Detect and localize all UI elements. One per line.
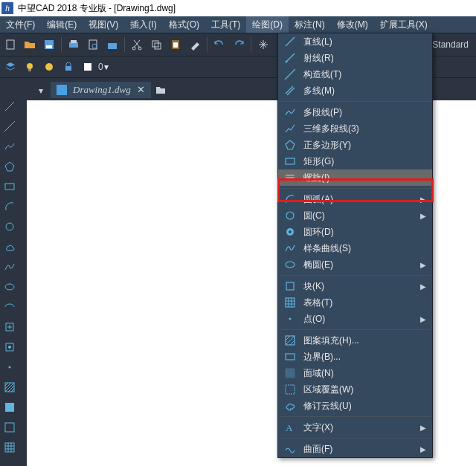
submenu-arrow-icon: ▶ (420, 195, 426, 204)
ellipse-arc-tool-icon[interactable] (2, 300, 17, 314)
pline-tool-icon[interactable] (2, 139, 17, 154)
svg-rect-53 (286, 369, 295, 378)
submenu-arrow-icon: ▶ (420, 261, 426, 269)
revcloud-tool-icon[interactable] (2, 239, 17, 254)
menu-item[interactable]: 编辑(E) (41, 16, 83, 33)
close-icon[interactable]: ✕ (137, 84, 145, 96)
spline-tool-icon[interactable] (2, 259, 17, 274)
svg-point-28 (9, 366, 11, 369)
menu-item-label: 文字(X) (303, 421, 413, 434)
submenu-arrow-icon: ▶ (420, 282, 426, 291)
polygon-tool-icon[interactable] (2, 159, 17, 174)
svg-marker-21 (5, 162, 14, 171)
ellipse-tool-icon[interactable] (2, 279, 17, 294)
new-tab-icon[interactable] (154, 83, 167, 97)
svg-line-36 (285, 69, 295, 80)
region-tool-icon[interactable] (2, 420, 17, 435)
rect-tool-icon[interactable] (2, 179, 17, 194)
menu-item[interactable]: 视图(V) (83, 16, 124, 33)
menu-item-line[interactable]: 直线(L) (278, 33, 432, 50)
menu-item-revcl[interactable]: 修订云线(U) (278, 398, 432, 414)
menu-item-text[interactable]: A文字(X)▶ (278, 419, 432, 436)
menu-item[interactable]: 工具(T) (205, 16, 246, 33)
menu-item-bound[interactable]: 边界(B)... (278, 349, 432, 365)
svg-rect-52 (286, 354, 295, 360)
menu-item-point[interactable]: 点(O)▶ (278, 311, 432, 327)
copy-icon[interactable] (147, 36, 165, 54)
svg-point-14 (27, 63, 33, 69)
menu-item-rect[interactable]: 矩形(G) (278, 153, 432, 169)
xline-tool-icon[interactable] (2, 119, 17, 134)
gradient-tool-icon[interactable] (2, 400, 17, 415)
svg-rect-15 (28, 69, 31, 71)
menu-item-ell[interactable]: 椭圆(E)▶ (278, 256, 432, 273)
menu-item-xline[interactable]: 构造线(T) (278, 66, 432, 82)
line-tool-icon[interactable] (2, 99, 17, 114)
hatch-tool-icon[interactable] (2, 380, 17, 395)
layer-name-label[interactable]: 0 (98, 62, 103, 72)
menu-item[interactable]: 文件(F) (0, 16, 41, 33)
menu-item-surf[interactable]: 曲面(F)▶ (278, 441, 432, 457)
menu-separator (280, 275, 431, 276)
paste-icon[interactable] (167, 36, 184, 54)
circle-tool-icon[interactable] (2, 219, 17, 234)
menu-item[interactable]: 格式(O) (163, 16, 205, 33)
insert-block-icon[interactable] (2, 320, 17, 334)
undo-icon[interactable] (210, 36, 228, 54)
menu-item[interactable]: 插入(I) (124, 16, 162, 33)
menu-item[interactable]: 绘图(D) (246, 16, 289, 33)
menu-item-arc[interactable]: 圆弧(A)▶ (278, 191, 432, 207)
make-block-icon[interactable] (2, 340, 17, 355)
lock-icon[interactable] (60, 58, 77, 76)
arc-tool-icon[interactable] (2, 199, 17, 214)
menu-item-ray[interactable]: 射线(R) (278, 50, 432, 66)
redo-icon[interactable] (230, 36, 248, 54)
tab-scroll-icon[interactable]: ▾ (39, 85, 48, 94)
menu-item-circ[interactable]: 圆(C)▶ (278, 207, 432, 224)
layer-color-icon[interactable] (79, 58, 97, 76)
save-icon[interactable] (40, 36, 58, 54)
cut-icon[interactable] (128, 36, 146, 54)
menu-item-wipe[interactable]: 区域覆盖(W) (278, 381, 432, 398)
menu-item-block[interactable]: 块(K)▶ (278, 278, 432, 294)
menu-item-spl[interactable]: 样条曲线(S) (278, 240, 432, 256)
table-tool-icon[interactable] (2, 440, 17, 455)
document-tab[interactable]: Drawing1.dwg ✕ (51, 82, 151, 98)
menu-item-pline[interactable]: 多段线(P) (278, 104, 432, 120)
pan-icon[interactable] (254, 36, 272, 54)
print-preview-icon[interactable] (84, 36, 102, 54)
menu-separator (280, 101, 431, 102)
freeze-icon[interactable] (40, 58, 58, 76)
bulb-icon[interactable] (21, 58, 39, 76)
text-style-label[interactable]: Standard (432, 39, 475, 50)
surf-icon (284, 443, 296, 455)
toolbar-sep (124, 37, 125, 52)
menu-bar: 文件(F)编辑(E)视图(V)插入(I)格式(O)工具(T)绘图(D)标注(N)… (0, 16, 476, 33)
title-bar: h 中望CAD 2018 专业版 - [Drawing1.dwg] (0, 0, 476, 16)
menu-item-spiral[interactable]: 螺旋(I) (278, 169, 432, 186)
menu-item-mline[interactable]: 多线(M) (278, 82, 432, 99)
menu-item-region[interactable]: 面域(N) (278, 365, 432, 381)
new-file-icon[interactable] (1, 36, 19, 54)
svg-rect-17 (65, 66, 71, 71)
publish-icon[interactable] (103, 36, 121, 54)
menu-item-hatch[interactable]: 图案填充(H)... (278, 332, 432, 349)
chevron-down-icon[interactable]: ▾ (104, 62, 110, 72)
point-tool-icon[interactable] (2, 360, 17, 375)
match-prop-icon[interactable] (186, 36, 204, 54)
print-icon[interactable] (65, 36, 83, 54)
menu-item-p3d[interactable]: 三维多段线(3) (278, 120, 432, 137)
table-icon (284, 297, 296, 308)
menu-item[interactable]: 标注(N) (289, 16, 331, 33)
menu-item[interactable]: 修改(M) (331, 16, 374, 33)
open-folder-icon[interactable] (21, 36, 39, 54)
svg-rect-13 (173, 42, 178, 48)
menu-item-poly[interactable]: 正多边形(Y) (278, 137, 432, 153)
menu-item-donut[interactable]: 圆环(D) (278, 224, 432, 240)
layer-manager-icon[interactable] (1, 58, 19, 76)
menu-item-table[interactable]: 表格(T) (278, 294, 432, 311)
menu-item[interactable]: 扩展工具(X) (374, 16, 434, 33)
poly-icon (284, 139, 296, 151)
menu-item-label: 三维多段线(3) (303, 123, 426, 135)
svg-rect-10 (152, 41, 158, 47)
